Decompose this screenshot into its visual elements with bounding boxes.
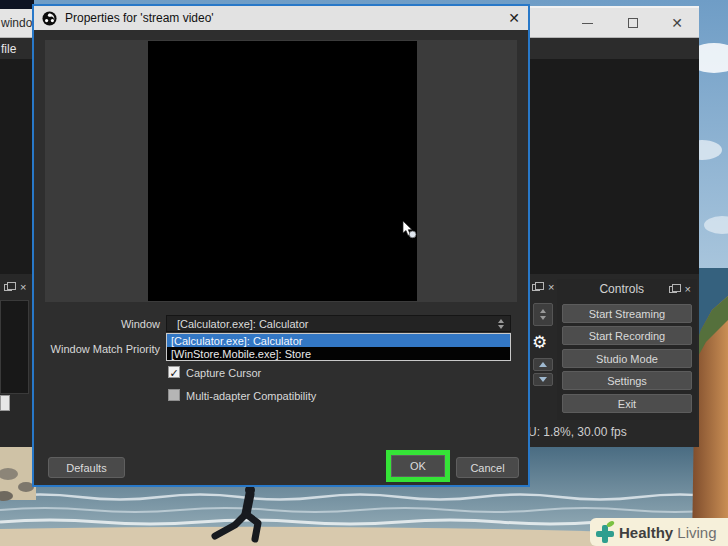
dialog-title: Properties for 'stream video' xyxy=(65,11,500,25)
ok-button[interactable]: OK xyxy=(391,455,445,477)
panel-close-icon[interactable]: × xyxy=(548,282,554,293)
healthy-living-cross-icon xyxy=(594,520,616,544)
ok-button-highlight: OK xyxy=(386,450,450,482)
scenes-list[interactable] xyxy=(0,300,29,394)
panel-float-icon[interactable] xyxy=(4,284,12,291)
settings-button[interactable]: Settings xyxy=(562,371,692,390)
close-icon: ✕ xyxy=(671,15,683,31)
scenes-toolbar-button[interactable] xyxy=(0,395,10,411)
capture-cursor-label: Capture Cursor xyxy=(186,367,261,379)
transition-spinner[interactable] xyxy=(533,303,553,326)
minimize-icon xyxy=(582,23,593,24)
match-priority-label: Window Match Priority xyxy=(50,343,160,355)
watermark-regular: Living xyxy=(673,524,716,541)
dialog-titlebar[interactable]: Properties for 'stream video' ✕ xyxy=(34,6,528,30)
window-select[interactable]: [Calculator.exe]: Calculator xyxy=(166,315,511,332)
menu-item-partial[interactable]: file xyxy=(1,42,16,56)
desktop: window ✕ file × × ⚙ xyxy=(0,0,728,546)
watermark-bold: Healthy xyxy=(619,524,673,541)
captured-window-preview xyxy=(148,41,417,301)
studio-mode-button[interactable]: Studio Mode xyxy=(562,349,692,368)
capture-preview-panel xyxy=(45,40,517,302)
move-up-button[interactable] xyxy=(533,358,553,371)
properties-dialog: Properties for 'stream video' ✕ Window [… xyxy=(32,4,530,487)
maximize-button[interactable] xyxy=(611,8,655,38)
cancel-button[interactable]: Cancel xyxy=(456,457,519,478)
arrow-up-icon xyxy=(539,362,547,367)
scenes-panel-header: × xyxy=(4,282,26,293)
dropdown-option-store[interactable]: [WinStore.Mobile.exe]: Store xyxy=(167,347,510,360)
window-field-label: Window xyxy=(60,318,160,330)
combobox-spinner-icon[interactable] xyxy=(498,319,504,329)
start-streaming-button[interactable]: Start Streaming xyxy=(562,304,692,323)
close-button[interactable]: ✕ xyxy=(655,8,699,38)
spin-down-icon xyxy=(540,316,546,320)
defaults-button[interactable]: Defaults xyxy=(48,457,125,478)
controls-panel-header: Controls × xyxy=(557,279,697,299)
mouse-cursor-icon xyxy=(401,221,417,239)
window-select-value: [Calculator.exe]: Calculator xyxy=(177,318,308,330)
dialog-close-icon[interactable]: ✕ xyxy=(508,10,520,26)
spin-down-icon xyxy=(498,325,504,329)
spin-up-icon xyxy=(498,319,504,323)
start-recording-button[interactable]: Start Recording xyxy=(562,326,692,345)
controls-panel-title: Controls xyxy=(557,282,669,296)
status-cpu-fps: PU: 1.8%, 30.00 fps xyxy=(520,425,627,439)
capture-cursor-checkbox[interactable]: ✓ xyxy=(168,366,180,378)
watermark-text: Healthy Living xyxy=(619,524,717,541)
obs-logo-icon xyxy=(42,11,57,26)
controls-panel: Controls × Start Streaming Start Recordi… xyxy=(557,279,697,420)
healthy-living-watermark: Healthy Living xyxy=(590,518,728,546)
panel-float-icon[interactable] xyxy=(532,284,540,291)
minimize-button[interactable] xyxy=(565,8,609,38)
arrow-down-icon xyxy=(539,377,547,382)
panel-float-icon[interactable] xyxy=(669,286,677,293)
maximize-icon xyxy=(628,18,638,28)
window-dropdown-list: [Calculator.exe]: Calculator [WinStore.M… xyxy=(166,333,511,361)
panel-close-icon[interactable]: × xyxy=(20,282,26,293)
background-window-strip xyxy=(0,0,34,9)
move-down-button[interactable] xyxy=(533,373,553,386)
middle-panel-header: × xyxy=(532,282,554,293)
gear-icon[interactable]: ⚙ xyxy=(532,334,547,351)
multi-adapter-checkbox[interactable] xyxy=(168,389,180,401)
exit-button[interactable]: Exit xyxy=(562,394,692,413)
multi-adapter-label: Multi-adapter Compatibility xyxy=(186,390,316,402)
dropdown-option-calculator[interactable]: [Calculator.exe]: Calculator xyxy=(167,334,510,347)
panel-close-icon[interactable]: × xyxy=(685,284,691,295)
spin-up-icon xyxy=(540,309,546,313)
